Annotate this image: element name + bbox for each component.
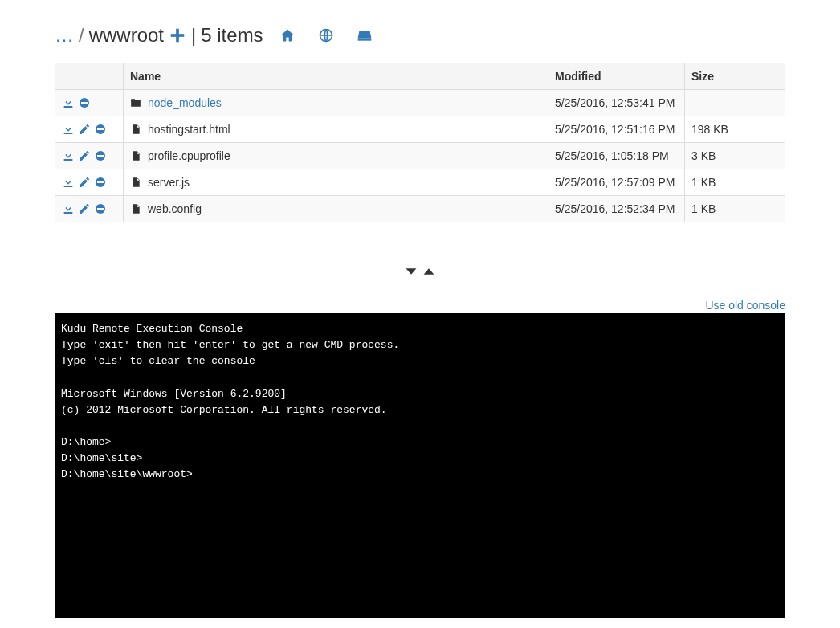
- item-count-label: 5 items: [201, 24, 263, 47]
- svg-rect-13: [64, 186, 73, 187]
- breadcrumb-separator: /: [79, 24, 84, 47]
- modified-cell: 5/25/2016, 12:53:41 PM: [548, 90, 685, 116]
- size-cell: 3 KB: [685, 143, 785, 169]
- file-icon: [130, 124, 141, 135]
- edit-icon[interactable]: [78, 123, 91, 136]
- table-row: hostingstart.html5/25/2016, 12:51:16 PM1…: [55, 116, 785, 143]
- file-table: Name Modified Size node_modules5/25/2016…: [55, 63, 785, 222]
- download-icon[interactable]: [62, 123, 75, 136]
- pane-divider: [55, 263, 785, 283]
- modified-cell: 5/25/2016, 12:51:16 PM: [548, 116, 685, 143]
- breadcrumb-pipe: |: [191, 24, 196, 47]
- modified-cell: 5/25/2016, 1:05:18 PM: [548, 143, 685, 169]
- delete-icon[interactable]: [78, 96, 91, 109]
- breadcrumb-parent-link[interactable]: …: [55, 24, 74, 47]
- svg-rect-12: [97, 155, 104, 157]
- table-header-modified: Modified: [548, 63, 685, 90]
- svg-rect-4: [64, 106, 73, 108]
- delete-icon[interactable]: [94, 123, 107, 136]
- globe-icon[interactable]: [318, 27, 334, 43]
- download-icon[interactable]: [62, 176, 75, 189]
- size-cell: 1 KB: [685, 169, 785, 196]
- file-name: server.js: [148, 176, 190, 189]
- delete-icon[interactable]: [94, 176, 107, 189]
- file-name: profile.cpuprofile: [148, 149, 230, 162]
- svg-rect-10: [64, 159, 73, 161]
- svg-rect-16: [64, 212, 73, 214]
- delete-icon[interactable]: [94, 149, 107, 162]
- svg-rect-3: [357, 38, 371, 40]
- file-icon: [130, 150, 141, 161]
- svg-rect-6: [81, 102, 88, 104]
- chevron-down-icon[interactable]: [402, 263, 420, 280]
- chevron-up-icon[interactable]: [420, 263, 438, 280]
- download-icon[interactable]: [62, 96, 75, 109]
- delete-icon[interactable]: [94, 202, 107, 215]
- file-name: hostingstart.html: [148, 123, 230, 136]
- folder-link[interactable]: node_modules: [148, 96, 222, 109]
- table-row: profile.cpuprofile5/25/2016, 1:05:18 PM3…: [55, 143, 785, 169]
- breadcrumb: … / wwwroot | 5 items: [55, 24, 785, 47]
- download-icon[interactable]: [62, 149, 75, 162]
- table-row: node_modules5/25/2016, 12:53:41 PM: [55, 90, 785, 116]
- table-row: server.js5/25/2016, 12:57:09 PM1 KB: [55, 169, 785, 196]
- size-cell: 198 KB: [685, 116, 785, 143]
- svg-rect-15: [97, 181, 104, 183]
- home-icon[interactable]: [279, 27, 296, 43]
- edit-icon[interactable]: [78, 176, 91, 189]
- table-header-actions: [55, 63, 124, 90]
- svg-rect-7: [64, 133, 73, 134]
- folder-icon: [130, 97, 141, 108]
- file-icon: [130, 203, 141, 214]
- breadcrumb-current: wwwroot: [89, 24, 164, 47]
- size-cell: [685, 90, 785, 116]
- disk-icon[interactable]: [357, 27, 373, 43]
- table-row: web.config5/25/2016, 12:52:34 PM1 KB: [55, 196, 785, 222]
- svg-rect-1: [171, 34, 185, 37]
- size-cell: 1 KB: [685, 196, 785, 222]
- table-header-size: Size: [685, 63, 785, 90]
- svg-rect-9: [97, 128, 104, 130]
- file-icon: [130, 177, 141, 188]
- modified-cell: 5/25/2016, 12:57:09 PM: [548, 169, 685, 196]
- edit-icon[interactable]: [78, 202, 91, 215]
- download-icon[interactable]: [62, 202, 75, 215]
- svg-rect-18: [97, 208, 104, 210]
- console-output[interactable]: Kudu Remote Execution Console Type 'exit…: [55, 313, 785, 618]
- file-name: web.config: [148, 202, 202, 215]
- modified-cell: 5/25/2016, 12:52:34 PM: [548, 196, 685, 222]
- plus-icon[interactable]: [169, 27, 186, 44]
- edit-icon[interactable]: [78, 149, 91, 162]
- table-header-name: Name: [124, 63, 548, 90]
- use-old-console-link[interactable]: Use old console: [705, 299, 785, 312]
